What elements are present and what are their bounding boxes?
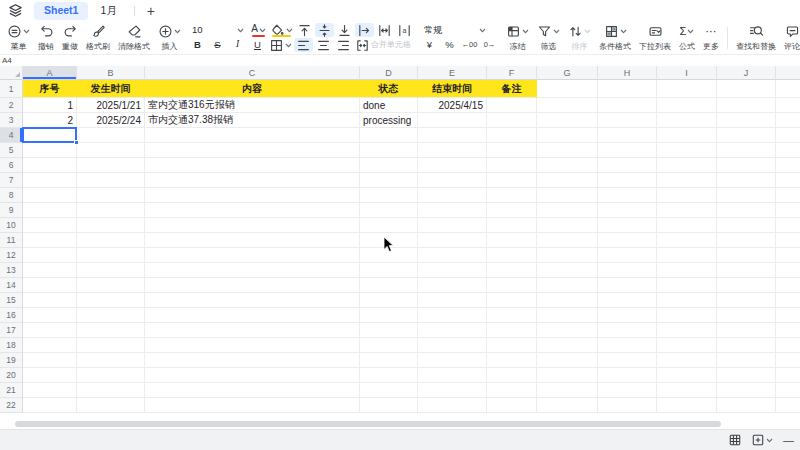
cell-B2[interactable]: 2025/1/21	[77, 98, 145, 113]
cell-H13[interactable]	[598, 263, 657, 278]
cell-E12[interactable]	[418, 248, 487, 263]
cell-G7[interactable]	[537, 173, 598, 188]
cell-B14[interactable]	[77, 278, 145, 293]
cell-H11[interactable]	[598, 233, 657, 248]
cell-B9[interactable]	[77, 203, 145, 218]
row-header-15[interactable]: 15	[0, 293, 23, 308]
cell-A16[interactable]	[23, 308, 77, 323]
cell-H1[interactable]	[598, 80, 657, 98]
cell-I11[interactable]	[657, 233, 717, 248]
cell-E9[interactable]	[418, 203, 487, 218]
cell-E11[interactable]	[418, 233, 487, 248]
filter-button[interactable]: 筛选	[534, 22, 563, 53]
cell-J5[interactable]	[717, 143, 776, 158]
row-header-9[interactable]: 9	[0, 203, 23, 218]
redo-button[interactable]: 重做	[59, 22, 81, 53]
cell-F2[interactable]	[487, 98, 537, 113]
horizontal-scrollbar[interactable]	[15, 421, 721, 427]
cell-F7[interactable]	[487, 173, 537, 188]
cell-C3[interactable]: 市内交通37.38报销	[145, 113, 360, 128]
cell-I2[interactable]	[657, 98, 717, 113]
cell-x11[interactable]	[776, 233, 800, 248]
cell-C1[interactable]: 内容	[145, 80, 360, 98]
cell-G13[interactable]	[537, 263, 598, 278]
cell-G16[interactable]	[537, 308, 598, 323]
cell-I22[interactable]	[657, 398, 717, 413]
cell-D5[interactable]	[360, 143, 418, 158]
cell-G2[interactable]	[537, 98, 598, 113]
cell-B4[interactable]	[77, 128, 145, 143]
cell-G4[interactable]	[537, 128, 598, 143]
valign-bottom-button[interactable]	[335, 23, 354, 37]
row-header-3[interactable]: 3	[0, 113, 23, 128]
halign-left-button[interactable]	[294, 38, 313, 52]
sheet-tab-2[interactable]: 1月	[90, 2, 126, 20]
cell-I15[interactable]	[657, 293, 717, 308]
cell-B6[interactable]	[77, 158, 145, 173]
cell-E3[interactable]	[418, 113, 487, 128]
add-view-icon[interactable]	[751, 433, 773, 447]
cell-C19[interactable]	[145, 353, 360, 368]
cell-D4[interactable]	[360, 128, 418, 143]
cell-G11[interactable]	[537, 233, 598, 248]
cell-G3[interactable]	[537, 113, 598, 128]
add-sheet-button[interactable]: +	[142, 4, 160, 18]
comment-button[interactable]: 评论	[781, 22, 800, 53]
cell-D8[interactable]	[360, 188, 418, 203]
row-header-2[interactable]: 2	[0, 98, 23, 113]
decimal-increase-button[interactable]: ←00	[460, 38, 479, 52]
cell-B5[interactable]	[77, 143, 145, 158]
cell-J22[interactable]	[717, 398, 776, 413]
cell-J14[interactable]	[717, 278, 776, 293]
number-format-button[interactable]: 常规	[420, 23, 490, 37]
cell-I6[interactable]	[657, 158, 717, 173]
cell-C2[interactable]: 室内交通316元报销	[145, 98, 360, 113]
cell-D13[interactable]	[360, 263, 418, 278]
dropdown-list-button[interactable]: 下拉列表	[636, 22, 674, 53]
cell-H15[interactable]	[598, 293, 657, 308]
cell-G15[interactable]	[537, 293, 598, 308]
row-header-5[interactable]: 5	[0, 143, 23, 158]
cell-I7[interactable]	[657, 173, 717, 188]
cell-x7[interactable]	[776, 173, 800, 188]
cell-A5[interactable]	[23, 143, 77, 158]
cell-D6[interactable]	[360, 158, 418, 173]
cell-D3[interactable]: processing	[360, 113, 418, 128]
borders-button[interactable]	[268, 38, 293, 52]
cell-D11[interactable]	[360, 233, 418, 248]
cell-H5[interactable]	[598, 143, 657, 158]
row-header-16[interactable]: 16	[0, 308, 23, 323]
column-header-B[interactable]: B	[77, 66, 145, 80]
cell-C14[interactable]	[145, 278, 360, 293]
cell-D17[interactable]	[360, 323, 418, 338]
cell-D18[interactable]	[360, 338, 418, 353]
cell-G5[interactable]	[537, 143, 598, 158]
cell-x5[interactable]	[776, 143, 800, 158]
cell-C17[interactable]	[145, 323, 360, 338]
cell-H2[interactable]	[598, 98, 657, 113]
sheet-tab-1[interactable]: Sheet1	[34, 2, 88, 20]
row-header-1[interactable]: 1	[0, 80, 23, 98]
font-size-button[interactable]: 10	[188, 23, 248, 37]
cell-D1[interactable]: 状态	[360, 80, 418, 98]
cell-H19[interactable]	[598, 353, 657, 368]
cell-H18[interactable]	[598, 338, 657, 353]
cell-E14[interactable]	[418, 278, 487, 293]
sort-button[interactable]: 排序	[565, 22, 594, 53]
cell-B19[interactable]	[77, 353, 145, 368]
cell-E7[interactable]	[418, 173, 487, 188]
cell-G19[interactable]	[537, 353, 598, 368]
cell-F22[interactable]	[487, 398, 537, 413]
cell-x3[interactable]	[776, 113, 800, 128]
cell-C11[interactable]	[145, 233, 360, 248]
menu-button[interactable]: 菜单	[4, 22, 33, 53]
cell-x22[interactable]	[776, 398, 800, 413]
cell-G9[interactable]	[537, 203, 598, 218]
cell-I13[interactable]	[657, 263, 717, 278]
cell-A9[interactable]	[23, 203, 77, 218]
cell-I10[interactable]	[657, 218, 717, 233]
cell-I5[interactable]	[657, 143, 717, 158]
column-header-H[interactable]: H	[598, 66, 657, 80]
cell-B11[interactable]	[77, 233, 145, 248]
percent-button[interactable]: %	[440, 38, 459, 52]
